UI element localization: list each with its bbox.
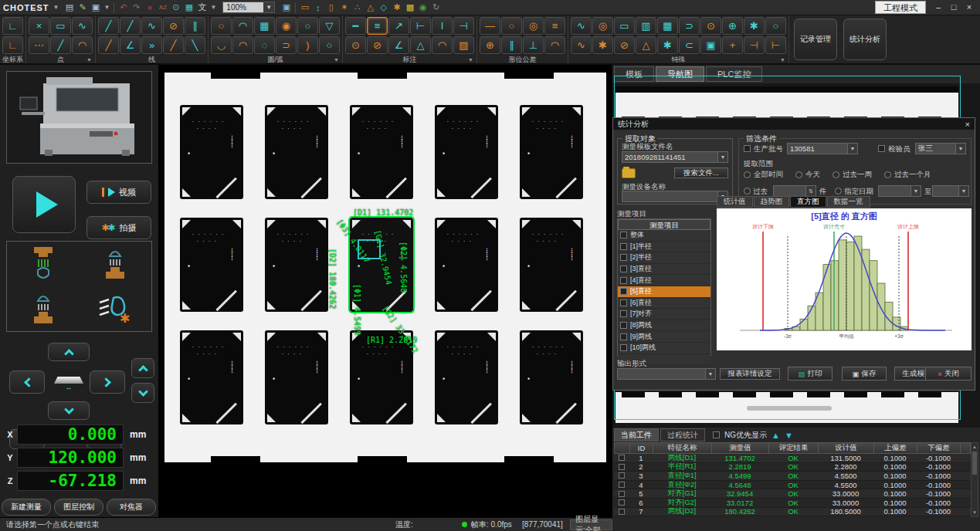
results-tab-当前工件[interactable]: 当前工件 bbox=[614, 428, 659, 441]
item-checkbox[interactable] bbox=[620, 232, 627, 238]
inspector-checkbox[interactable] bbox=[878, 145, 885, 152]
capture-button[interactable]: ✱✱ 拍摄 bbox=[86, 216, 151, 239]
pcb-tile[interactable]: · · · · · ·· · · ·⋮⋮⋮• bbox=[435, 330, 498, 424]
pcb-tile[interactable]: · · · · · ·· · · ·⋮⋮⋮• bbox=[520, 218, 583, 312]
item-checkbox[interactable] bbox=[620, 322, 627, 329]
sort-az-icon[interactable]: AZ bbox=[156, 2, 169, 13]
pcb-tile[interactable]: · · · · · ·· · · ·⋮⋮⋮• bbox=[265, 330, 328, 424]
stage-left-button[interactable] bbox=[9, 370, 45, 394]
chart-tab-直方图[interactable]: 直方图 bbox=[790, 196, 826, 208]
row-checkbox[interactable] bbox=[619, 491, 625, 497]
dim-point2point-icon[interactable]: ↗ bbox=[388, 17, 409, 35]
column-header-上偏差[interactable]: 上偏差 bbox=[874, 443, 917, 453]
measurement-item-整体[interactable]: 整体 bbox=[618, 230, 710, 242]
chart-tab-趋势图[interactable]: 趋势图 bbox=[754, 196, 790, 208]
circle-center-icon[interactable]: ◉ bbox=[276, 17, 297, 35]
edit-report-icon[interactable]: ✎ bbox=[76, 2, 89, 13]
circle-tangent-icon[interactable]: ○ bbox=[297, 17, 318, 35]
dim-angle2-icon[interactable]: △ bbox=[410, 36, 431, 54]
close-button[interactable]: × bbox=[961, 0, 977, 15]
sp-grid-icon[interactable]: ▦ bbox=[657, 17, 678, 35]
pcb-tile[interactable]: · · · · · ·· · · ·⋮⋮⋮• bbox=[435, 218, 498, 312]
arc-open-icon[interactable]: ⊃ bbox=[276, 36, 297, 54]
image-preview-icon[interactable]: ▣ bbox=[280, 2, 293, 13]
pcb-tile[interactable]: · · · · · ·· · · ·⋮⋮⋮• bbox=[350, 330, 413, 424]
height-measure-icon[interactable]: ↕ bbox=[311, 2, 324, 13]
row-checkbox[interactable] bbox=[619, 482, 625, 488]
pcb-tile[interactable]: · · · · · ·· · · ·⋮⋮⋮• bbox=[180, 105, 243, 199]
results-tab-过程统计[interactable]: 过程统计 bbox=[660, 428, 705, 441]
dropdown-icon[interactable]: ▼ bbox=[210, 4, 216, 11]
date-from-combo[interactable]: ▼ bbox=[878, 185, 921, 197]
scroll-up-icon[interactable]: ▲ bbox=[972, 443, 978, 451]
sp-path2-icon[interactable]: ⊂ bbox=[679, 36, 700, 54]
date-to-combo[interactable]: ▼ bbox=[932, 185, 969, 197]
point-wave-icon[interactable]: ∿ bbox=[72, 17, 93, 35]
report-detail-button[interactable]: 报表详情设定 bbox=[720, 368, 780, 380]
stage-down-button[interactable] bbox=[48, 401, 90, 420]
pcb-tile[interactable]: · · · · · ·· · · ·⋮⋮⋮• bbox=[180, 330, 243, 424]
range-radio-过去一周[interactable] bbox=[832, 171, 839, 178]
sp-width-icon[interactable]: ⊢ bbox=[765, 36, 786, 54]
save-button[interactable]: ▣保存 bbox=[842, 367, 887, 380]
array-grid-icon[interactable]: ▦ bbox=[182, 2, 195, 13]
gear-icon[interactable]: ✱ bbox=[390, 2, 403, 13]
past-count-spinner[interactable]: ⇅ bbox=[773, 185, 816, 197]
statistics-analysis-button[interactable]: 统计分析 bbox=[843, 19, 887, 60]
minimize-button[interactable]: – bbox=[931, 0, 946, 15]
tab-PLC监控[interactable]: PLC监控 bbox=[706, 66, 762, 82]
group-dropdown-icon[interactable]: ▼ bbox=[780, 57, 785, 63]
line-2point-icon[interactable]: ╱ bbox=[98, 36, 119, 54]
item-checkbox[interactable] bbox=[620, 344, 627, 351]
brand-dropdown-icon[interactable]: ▼ bbox=[53, 4, 59, 11]
item-checkbox[interactable] bbox=[620, 254, 627, 261]
dim-radius-icon[interactable]: ⊘ bbox=[367, 36, 388, 54]
dim-diameter-icon[interactable]: ⊙ bbox=[345, 36, 366, 54]
circle-grid-icon[interactable]: ▦ bbox=[254, 17, 275, 35]
row-checkbox[interactable] bbox=[619, 464, 625, 470]
output-format-combo[interactable]: ▼ bbox=[617, 368, 716, 380]
run-measurement-button[interactable] bbox=[12, 176, 76, 233]
range-radio-全部时间[interactable] bbox=[744, 171, 751, 178]
dim-hatch-icon[interactable]: ▨ bbox=[453, 36, 474, 54]
dim-arc-icon[interactable]: ◠ bbox=[432, 36, 453, 54]
new-measurement-button[interactable]: 新建测量 bbox=[2, 499, 51, 516]
zoom-select[interactable]: 100% ▼ bbox=[222, 2, 275, 13]
measurement-item-[2]半径[interactable]: [2]半径 bbox=[618, 252, 710, 264]
stage-up-button[interactable] bbox=[48, 343, 90, 361]
dialog-titlebar[interactable]: 统计分析 × bbox=[613, 118, 975, 130]
light-settings-icon[interactable]: ✱ bbox=[97, 292, 134, 326]
arc-fit-icon[interactable]: ◠ bbox=[232, 36, 253, 54]
lens-down-icon[interactable] bbox=[26, 245, 60, 282]
shape-tools-icon[interactable]: ◇ bbox=[377, 2, 390, 13]
item-checkbox[interactable] bbox=[620, 243, 627, 250]
sp-ring-icon[interactable]: ◎ bbox=[592, 17, 613, 35]
pcb-tile[interactable]: · · · · · ·· · · ·⋮⋮⋮• bbox=[180, 218, 243, 312]
tol-symmetry-icon[interactable]: ≡ bbox=[544, 17, 565, 35]
zoom-dropdown-icon[interactable]: ▼ bbox=[263, 4, 274, 11]
stage-light-icon[interactable]: ▭ bbox=[298, 2, 311, 13]
line-mirror-icon[interactable]: ╲ bbox=[185, 36, 205, 54]
coord-system-2-icon[interactable]: ∟ bbox=[2, 36, 23, 54]
pattern-icon[interactable]: ▩ bbox=[403, 2, 416, 13]
sp-disc-icon[interactable]: ⊘ bbox=[614, 36, 635, 54]
sp-gear-icon[interactable]: ✱ bbox=[592, 36, 613, 54]
focuser-button[interactable]: 对焦器 bbox=[107, 499, 156, 516]
z-down-button[interactable] bbox=[131, 383, 154, 403]
row-checkbox[interactable] bbox=[619, 509, 625, 515]
line-cylinder-icon[interactable]: ⊘ bbox=[163, 17, 184, 35]
group-dropdown-icon[interactable]: ▼ bbox=[86, 57, 92, 63]
lens-up-2-icon[interactable] bbox=[26, 290, 60, 327]
line-angle-icon[interactable]: ∠ bbox=[120, 36, 141, 54]
search-file-button[interactable]: 搜索文件... bbox=[674, 167, 728, 178]
sp-comb-icon[interactable]: ▥ bbox=[636, 17, 656, 35]
line-icon[interactable]: ╱ bbox=[98, 17, 119, 35]
tol-parallel-icon[interactable]: ∥ bbox=[501, 36, 522, 54]
line-fit-icon[interactable]: ╱ bbox=[120, 17, 141, 35]
close-dialog-button[interactable]: ×关闭 bbox=[925, 367, 972, 380]
coord-system-icon[interactable]: ∟ bbox=[2, 17, 23, 35]
line-parallel-icon[interactable]: ∥ bbox=[185, 17, 205, 35]
measurement-item-[10]两线[interactable]: [10]两线 bbox=[618, 343, 710, 354]
column-header-ID[interactable]: ID bbox=[630, 443, 653, 453]
tol-profile-icon[interactable]: ◠ bbox=[544, 36, 565, 54]
